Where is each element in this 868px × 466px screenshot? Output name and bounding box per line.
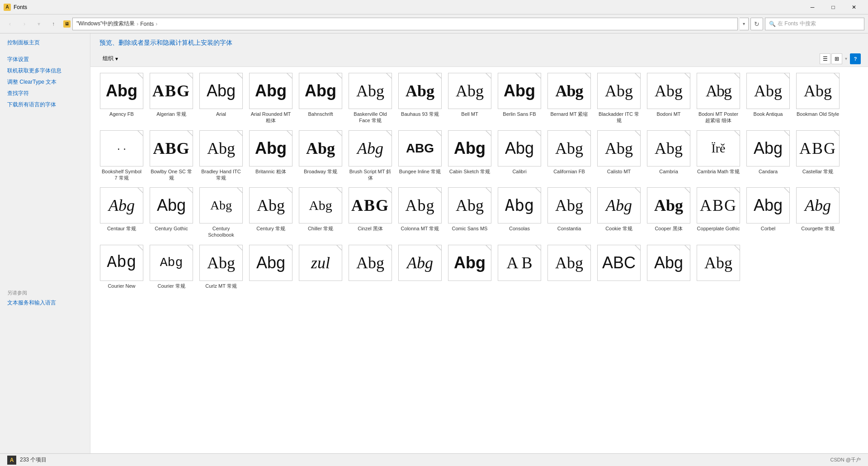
font-item[interactable]: AbgColonna MT 常规 <box>396 185 444 241</box>
sidebar-item-get-more-fonts[interactable]: 联机获取更多字体信息 <box>7 67 83 75</box>
back-button[interactable]: ‹ <box>4 18 16 30</box>
address-path[interactable]: "Windows"中的搜索结果 › Fonts › <box>72 18 738 30</box>
font-item[interactable]: AbgCourier New <box>98 243 146 291</box>
font-item[interactable]: A B <box>495 243 543 291</box>
font-item[interactable]: AbgBodoni MT <box>645 71 693 126</box>
font-item[interactable]: · ·Bookshelf Symbol 7 常规 <box>98 128 146 184</box>
help-button[interactable]: ? <box>850 53 861 64</box>
view-button-grid[interactable]: ⊞ <box>831 53 842 64</box>
font-item[interactable]: Abg <box>446 243 494 291</box>
font-item[interactable]: AbgBlackadder ITC 常规 <box>595 71 643 126</box>
maximize-button[interactable]: □ <box>823 0 844 14</box>
path-part-search: "Windows"中的搜索结果 <box>76 20 135 28</box>
sidebar-item-control-panel-home[interactable]: 控制面板主页 <box>7 39 83 47</box>
font-item[interactable]: ABGBungee Inline 常规 <box>396 128 444 184</box>
sidebar: 控制面板主页 字体设置 联机获取更多字体信息 调整 ClearType 文本 查… <box>0 33 90 453</box>
font-item[interactable]: Abg <box>247 243 295 291</box>
font-item[interactable]: AbgAgency FB <box>98 71 146 126</box>
font-item[interactable]: AbgBaskerville Old Face 常规 <box>346 71 394 126</box>
close-button[interactable]: ✕ <box>844 0 864 14</box>
sidebar-item-text-services[interactable]: 文本服务和输入语言 <box>7 299 83 307</box>
font-item[interactable]: AbgCentaur 常规 <box>98 185 146 241</box>
font-item[interactable]: Abg <box>645 243 693 291</box>
font-item[interactable]: AbgCookie 常规 <box>595 185 643 241</box>
font-item[interactable]: Abg <box>545 243 593 291</box>
minimize-button[interactable]: ─ <box>802 0 823 14</box>
font-item[interactable]: AbgBauhaus 93 常规 <box>396 71 444 126</box>
toolbar: 组织 ▾ ☰ ⊞ ▾ ? <box>90 51 868 67</box>
search-box[interactable]: 🔍 在 Fonts 中搜索 <box>765 18 864 30</box>
path-part-fonts: Fonts <box>140 21 154 27</box>
font-item[interactable]: zul <box>297 243 344 291</box>
font-item[interactable]: AbgArial <box>197 71 245 126</box>
sidebar-item-font-settings[interactable]: 字体设置 <box>7 56 83 63</box>
font-item[interactable]: AbgChiller 常规 <box>297 185 344 241</box>
font-item[interactable]: Abg <box>346 243 394 291</box>
font-item[interactable]: ABC <box>595 243 643 291</box>
font-item[interactable]: AbgConstantia <box>545 185 593 241</box>
font-item[interactable]: AbgConsolas <box>495 185 543 241</box>
fonts-scroll[interactable]: AbgAgency FBABGAlgerian 常规AbgArialAbgAri… <box>90 67 868 453</box>
font-item[interactable]: ABGCastellar 常规 <box>794 128 842 184</box>
font-item[interactable]: AbgBroadway 常规 <box>297 128 344 184</box>
font-item[interactable]: AbgCalibri <box>495 128 543 184</box>
font-item[interactable]: AbgCentury Schoolbook <box>197 185 245 241</box>
font-item[interactable]: AbgCentury Gothic <box>147 185 195 241</box>
search-placeholder: 在 Fonts 中搜索 <box>778 20 816 28</box>
forward-button[interactable]: › <box>18 18 31 30</box>
status-font-icon: A <box>7 456 16 465</box>
font-item[interactable]: AbgCurlz MT 常规 <box>197 243 245 291</box>
refresh-button[interactable]: ↻ <box>750 18 763 30</box>
font-item[interactable]: AbgCentury 常规 <box>247 185 295 241</box>
window-title: Fonts <box>14 4 27 10</box>
status-left: A 233 个项目 <box>7 456 47 465</box>
window-controls: ─ □ ✕ <box>802 0 864 14</box>
font-item[interactable]: AbgArial Rounded MT 粗体 <box>247 71 295 126</box>
sidebar-item-download-fonts[interactable]: 下载所有语言的字体 <box>7 101 83 109</box>
font-item[interactable]: AbgBernard MT 紧缩 <box>545 71 593 126</box>
font-item[interactable]: AbgBerlin Sans FB <box>495 71 543 126</box>
font-item[interactable]: AbgCalisto MT <box>595 128 643 184</box>
font-item[interactable]: AbgCabin Sketch 常规 <box>446 128 494 184</box>
font-item[interactable]: AbgCorbel <box>744 185 792 241</box>
font-item[interactable]: AbgBodoni MT Poster 超紧缩 细体 <box>694 71 742 126</box>
sidebar-item-cleartype[interactable]: 调整 ClearType 文本 <box>7 78 83 86</box>
fonts-grid: AbgAgency FBABGAlgerian 常规AbgArialAbgAri… <box>98 71 861 291</box>
font-item[interactable]: AbgCambria <box>645 128 693 184</box>
address-dropdown[interactable]: ▾ <box>740 18 749 30</box>
font-item[interactable]: AbgCalifornian FB <box>545 128 593 184</box>
sidebar-item-find-char[interactable]: 查找字符 <box>7 90 83 97</box>
font-item[interactable]: AbgBradley Hand ITC 常规 <box>197 128 245 184</box>
font-item[interactable]: Abg <box>694 243 742 291</box>
status-count: 233 个项目 <box>20 456 47 464</box>
organize-dropdown-icon: ▾ <box>115 56 118 62</box>
font-item[interactable]: AbgBritannic 粗体 <box>247 128 295 184</box>
see-also-heading: 另请参阅 <box>7 290 83 296</box>
search-icon: 🔍 <box>769 21 776 27</box>
font-item[interactable]: AbgCandara <box>744 128 792 184</box>
font-item[interactable]: ÏrěCambria Math 常规 <box>694 128 742 184</box>
description-text: 预览、删除或者显示和隐藏计算机上安装的字体 <box>90 33 868 51</box>
font-item[interactable]: Abg <box>396 243 444 291</box>
font-item[interactable]: AbgComic Sans MS <box>446 185 494 241</box>
organize-button[interactable]: 组织 ▾ <box>98 53 123 65</box>
font-item[interactable]: ABGBowlby One SC 常规 <box>147 128 195 184</box>
font-item[interactable]: AbgCooper 黑体 <box>645 185 693 241</box>
recent-locations-button[interactable]: ▾ <box>33 18 45 30</box>
font-item[interactable]: AbgBook Antiqua <box>744 71 792 126</box>
font-item[interactable]: AbgBrush Script MT 斜体 <box>346 128 394 184</box>
font-item[interactable]: AbgCourgette 常规 <box>794 185 842 241</box>
organize-label: 组织 <box>103 55 113 62</box>
up-button[interactable]: ↑ <box>47 18 60 30</box>
view-button-list[interactable]: ☰ <box>820 53 830 64</box>
font-item[interactable]: AbgBookman Old Style <box>794 71 842 126</box>
font-item[interactable]: ABGCopperplate Gothic <box>694 185 742 241</box>
content-area: 预览、删除或者显示和隐藏计算机上安装的字体 组织 ▾ ☰ ⊞ ▾ ? AbgAg… <box>90 33 868 453</box>
font-item[interactable]: AbgBell MT <box>446 71 494 126</box>
font-item[interactable]: ABGCinzel 黑体 <box>346 185 394 241</box>
font-item[interactable]: AbgCourier 常规 <box>147 243 195 291</box>
font-item[interactable]: ABGAlgerian 常规 <box>147 71 195 126</box>
title-bar-left: A Fonts <box>4 4 27 11</box>
path-icon: 🖥 <box>63 20 71 28</box>
font-item[interactable]: AbgBahnschrift <box>297 71 344 126</box>
